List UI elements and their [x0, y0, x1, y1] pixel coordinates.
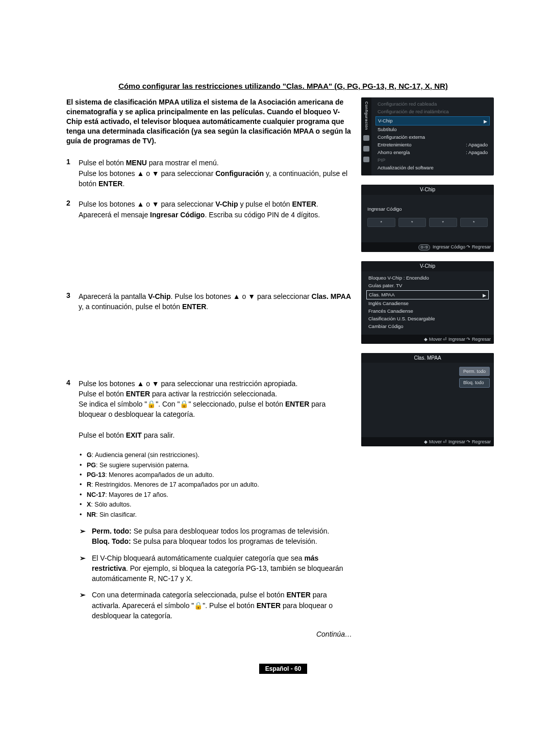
bullet-icon: •	[80, 480, 87, 490]
rating-item: •X: Sólo adultos.	[80, 500, 352, 510]
osd-key: Entretenimiento	[378, 142, 412, 148]
text: y, a continuación, pulse el botón	[79, 303, 182, 311]
pin-digit-input[interactable]: *	[367, 218, 395, 227]
osd-item-wireless[interactable]: Configuración de red inalámbrica	[375, 108, 490, 116]
key-enter: ENTER	[292, 200, 316, 208]
key-enter: ENTER	[257, 601, 281, 610]
page-title: Cómo configurar las restricciones utiliz…	[94, 82, 472, 90]
page-badge: Español - 60	[259, 664, 308, 674]
osd-value: : Apagado	[466, 149, 488, 156]
rating-code: NR	[87, 511, 96, 518]
text: . Pulse los botones ▲ o ▼ para seleccion…	[171, 292, 312, 300]
text: Pulse el botón	[79, 159, 126, 167]
osd-item-guias[interactable]: Guías pater. TV	[366, 282, 489, 290]
osd-title: V-Chip	[361, 185, 494, 195]
rating-item: •G: Audiencia general (sin restricciones…	[80, 450, 352, 460]
osd-vchip-menu: V-Chip Bloqueo V-Chip : Encendido Guías …	[361, 261, 494, 343]
osd-item-label: V-Chip	[378, 118, 393, 123]
pin-digit-input[interactable]: *	[460, 218, 488, 227]
rating-code: PG-13	[87, 471, 105, 478]
key-enter: ENTER	[285, 400, 309, 408]
step-3: 3 Aparecerá la pantalla V-Chip. Pulse lo…	[66, 291, 352, 312]
bullet-icon: •	[80, 490, 87, 500]
osd-item-cambiar-codigo[interactable]: Cambiar Código	[366, 323, 489, 331]
osd-pin-boxes: * * * *	[367, 218, 488, 227]
step-number: 3	[66, 291, 79, 312]
step-body: Pulse los botones ▲ o ▼ para seleccionar…	[79, 199, 352, 220]
text: " seleccionado, pulse el botón	[188, 400, 285, 408]
text: . Escriba su código PIN de 4 dígitos.	[205, 211, 320, 219]
rating-code: NC-17	[87, 491, 105, 498]
bullet-icon: •	[80, 461, 87, 470]
lock-icon: 🔒	[147, 400, 156, 408]
pin-digit-input[interactable]: *	[398, 218, 427, 227]
text: . Por ejemplo, si bloquea la categoría P…	[92, 564, 343, 583]
osd-item-bloqueo[interactable]: Bloqueo V-Chip : Encendido	[366, 274, 489, 282]
perm-todo-button[interactable]: Perm. todo	[459, 367, 490, 376]
rating-desc: : Audiencia general (sin restricciones).	[92, 451, 199, 459]
label-bloq-todo: Bloq. Todo:	[92, 537, 131, 545]
step-4: 4 Pulse los botones ▲ o ▼ para seleccion…	[66, 379, 352, 441]
bloq-todo-button[interactable]: Bloq. todo	[459, 378, 490, 387]
osd-item-usdl[interactable]: Clasificación U.S. Descargable	[366, 315, 489, 323]
rating-code: G	[87, 451, 92, 459]
arrow-icon: ➢	[80, 526, 92, 547]
menu-vchip: V-Chip	[215, 200, 238, 208]
menu-clas-mpaa: Clas. MPAA	[312, 292, 352, 300]
osd-item-pip[interactable]: PIP	[375, 157, 490, 164]
osd-item-frances[interactable]: Francés Canadiense	[366, 308, 489, 315]
note-item: ➢ Con una determinada categoría seleccio…	[80, 590, 352, 621]
step-1: 1 Pulse el botón MENU para mostrar el me…	[66, 158, 352, 189]
osd-item-entretenimiento[interactable]: Entretenimiento : Apagado	[375, 141, 490, 149]
osd-item-ingles[interactable]: Inglés Canadiense	[366, 300, 489, 308]
two-column-layout: El sistema de clasificación MPAA utiliza…	[66, 97, 500, 638]
key-enter: ENTER	[98, 180, 122, 188]
lock-icon: 🔒	[194, 601, 203, 610]
osd-value: : Apagado	[466, 142, 488, 148]
osd-clas-mpaa: Clas. MPAA Perm. todo Bloq. todo ◆ Mover…	[361, 353, 494, 447]
text: Se indica el símbolo "	[79, 400, 147, 408]
step-number: 1	[66, 158, 79, 189]
text: Se pulsa para bloquear todos los program…	[131, 537, 317, 545]
page-footer: Español - 60	[66, 664, 500, 674]
osd-item-config-externa[interactable]: Configuración externa	[375, 134, 490, 141]
rating-code: PG	[87, 462, 96, 469]
key-enter: ENTER	[182, 303, 206, 311]
rating-item: •NR: Sin clasificar.	[80, 510, 352, 520]
text: para salir.	[142, 431, 175, 439]
rating-desc: : Restringidos. Menores de 17 acompañado…	[91, 481, 259, 488]
manual-page: Cómo configurar las restricciones utiliz…	[0, 0, 551, 704]
label-perm-todo: Perm. todo:	[92, 527, 132, 535]
osd-item-vchip-selected[interactable]: V-Chip ▶	[375, 116, 490, 126]
chevron-right-icon: ▶	[483, 292, 486, 298]
rating-item: •PG-13: Menores acompañados de un adulto…	[80, 470, 352, 480]
spacer	[66, 230, 352, 291]
text: .	[206, 303, 208, 311]
osd-item-software[interactable]: Actualización del software	[375, 164, 490, 172]
osd-footer: ◆ Mover ⏎ Ingresar ↷ Regresar	[361, 437, 494, 446]
osd-item-subtitulo[interactable]: Subtítulo	[375, 126, 490, 134]
step-2: 2 Pulse los botones ▲ o ▼ para seleccion…	[66, 199, 352, 220]
step-body: Pulse el botón MENU para mostrar el menú…	[79, 158, 352, 189]
osd-item-clas-mpaa-selected[interactable]: Clas. MPAA ▶	[366, 290, 489, 300]
osd-key: Bloqueo V-Chip	[368, 275, 402, 281]
osd-title: Clas. MPAA	[361, 353, 494, 363]
rating-item: •NC-17: Mayores de 17 años.	[80, 490, 352, 500]
key-enter: ENTER	[286, 591, 310, 599]
rating-code: R	[87, 481, 91, 488]
text: Pulse el botón	[79, 431, 126, 439]
rating-desc: : Sólo adultos.	[91, 501, 131, 508]
osd-item-wired[interactable]: Configuración red cableada	[375, 100, 490, 108]
menu-configuracion: Configuración	[215, 169, 264, 178]
bullet-icon: •	[80, 450, 87, 460]
pin-digit-input[interactable]: *	[429, 218, 457, 227]
intro-paragraph: El sistema de clasificación MPAA utiliza…	[66, 97, 352, 145]
text: para mostrar el menú.	[147, 159, 219, 167]
osd-item-ahorro[interactable]: Ahorro energía : Apagado	[375, 149, 490, 157]
gear-icon	[363, 135, 369, 141]
osd-mpaa-buttons: Perm. todo Bloq. todo	[459, 367, 490, 387]
step-body: Pulse los botones ▲ o ▼ para seleccionar…	[79, 379, 352, 441]
footer-page: 60	[294, 665, 301, 672]
osd-footer-pill: 0~9	[418, 244, 431, 251]
rating-item: •PG: Se sugiere supervisión paterna.	[80, 461, 352, 470]
